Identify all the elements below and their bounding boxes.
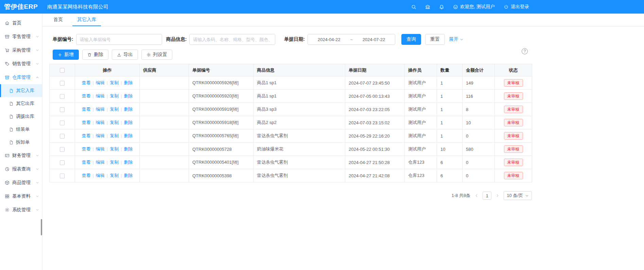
cell-qty: 1 <box>437 129 463 143</box>
row-action-view[interactable]: 查看 <box>82 160 90 165</box>
row-checkbox[interactable] <box>60 121 65 125</box>
next-page-button[interactable] <box>495 194 500 198</box>
row-action-view[interactable]: 查看 <box>82 120 90 125</box>
row-checkbox[interactable] <box>60 147 65 152</box>
add-button[interactable]: 新增 <box>53 50 79 60</box>
cell-operator: 仓库123 <box>405 156 437 169</box>
export-button[interactable]: 导出 <box>112 50 138 60</box>
sidebar-item[interactable]: 基本资料 <box>0 190 42 203</box>
sidebar: 首页零售管理采购管理销售管理仓库管理其它入库其它出库调拨出库组装单拆卸单财务管理… <box>0 14 42 270</box>
date-range-picker[interactable]: 2024-04-22 ~ 2024-07-22 <box>308 34 395 45</box>
row-action-view[interactable]: 查看 <box>82 173 90 178</box>
reset-button[interactable]: 重置 <box>425 34 445 45</box>
sidebar-item[interactable]: 商品管理 <box>0 176 42 190</box>
row-action-edit[interactable]: 编辑 <box>96 80 105 85</box>
row-action-edit[interactable]: 编辑 <box>96 173 105 178</box>
sidebar-scrollbar-thumb[interactable] <box>41 219 42 235</box>
page-size-select[interactable]: 10 条/页 <box>504 191 532 200</box>
row-action-copy[interactable]: 复制 <box>110 93 119 98</box>
tab-首页[interactable]: 首页 <box>49 14 68 26</box>
sidebar-item[interactable]: 零售管理 <box>0 30 42 43</box>
cell-qty: 10 <box>437 143 463 156</box>
welcome-user[interactable]: 欢迎您, 测试用户 <box>453 4 495 10</box>
row-checkbox[interactable] <box>60 81 65 86</box>
sidebar-item[interactable]: 仓库管理 <box>0 71 42 84</box>
row-action-delete[interactable]: 删除 <box>124 80 133 85</box>
bill-no-input[interactable] <box>76 34 162 45</box>
row-action-delete[interactable]: 删除 <box>124 173 133 178</box>
row-action-copy[interactable]: 复制 <box>110 160 119 165</box>
row-action-edit[interactable]: 编辑 <box>96 160 105 165</box>
sidebar-subitem-label: 其它入库 <box>16 88 34 94</box>
cell-goods: 商品2 sp2 <box>254 116 345 129</box>
tab-其它入库[interactable]: 其它入库 <box>72 14 101 26</box>
row-action-view[interactable]: 查看 <box>82 107 90 112</box>
row-action-delete[interactable]: 删除 <box>124 120 133 125</box>
action-divider: | <box>121 133 122 138</box>
row-action-view[interactable]: 查看 <box>82 133 90 138</box>
row-action-copy[interactable]: 复制 <box>110 107 119 112</box>
row-checkbox[interactable] <box>60 134 65 139</box>
row-action-edit[interactable]: 编辑 <box>96 133 105 138</box>
row-action-copy[interactable]: 复制 <box>110 173 119 178</box>
select-all-checkbox[interactable] <box>60 68 65 73</box>
sidebar-item[interactable]: 销售管理 <box>0 57 42 71</box>
goods-info-input[interactable] <box>189 34 275 45</box>
row-action-view[interactable]: 查看 <box>82 80 90 85</box>
plus-icon <box>58 53 62 57</box>
sidebar-subitem[interactable]: 其它出库 <box>0 97 42 110</box>
cell-qty: 6 <box>437 169 463 182</box>
row-action-edit[interactable]: 编辑 <box>96 107 105 112</box>
action-divider: | <box>107 133 108 138</box>
help-icon[interactable]: ? <box>522 48 528 54</box>
row-action-edit[interactable]: 编辑 <box>96 93 105 98</box>
row-action-delete[interactable]: 删除 <box>124 107 133 112</box>
row-action-delete[interactable]: 删除 <box>124 93 133 98</box>
row-checkbox[interactable] <box>60 94 65 99</box>
prev-page-button[interactable] <box>474 194 478 198</box>
sidebar-subitem[interactable]: 拆卸单 <box>0 136 42 149</box>
row-action-copy[interactable]: 复制 <box>110 133 119 138</box>
search-icon[interactable] <box>411 4 416 10</box>
row-checkbox[interactable] <box>60 174 65 178</box>
column-settings-button[interactable]: 列设置 <box>141 50 172 60</box>
row-action-copy[interactable]: 复制 <box>110 146 119 151</box>
table-row: 查看|编辑|复制|删除QTRK00000005765[转]雷达杀虫气雾剂2024… <box>50 129 532 143</box>
bell-icon[interactable] <box>439 4 444 10</box>
row-action-copy[interactable]: 复制 <box>110 80 119 85</box>
row-action-view[interactable]: 查看 <box>82 93 90 98</box>
row-action-edit[interactable]: 编辑 <box>96 120 105 125</box>
row-action-delete[interactable]: 删除 <box>124 146 133 151</box>
sidebar-item[interactable]: 报表查询 <box>0 162 42 176</box>
cell-operator: 测试用户 <box>405 76 437 90</box>
cell-goods: 雷达杀虫气雾剂 <box>254 169 345 182</box>
sidebar-subitem[interactable]: 其它入库 <box>0 84 42 97</box>
row-checkbox[interactable] <box>60 160 65 165</box>
row-action-delete[interactable]: 删除 <box>124 160 133 165</box>
sidebar-subitem[interactable]: 组装单 <box>0 123 42 136</box>
expand-link[interactable]: 展开 <box>449 36 464 42</box>
row-action-delete[interactable]: 删除 <box>124 133 133 138</box>
sidebar-item[interactable]: 首页 <box>0 16 42 30</box>
cell-actions: 查看|编辑|复制|删除 <box>75 156 140 169</box>
column-header: 单据编号 <box>189 64 254 76</box>
cell-bill-no: QTRK00000005401[转] <box>189 156 254 169</box>
sidebar-item[interactable]: 采购管理 <box>0 43 42 57</box>
building-icon[interactable] <box>425 4 430 10</box>
search-button[interactable]: 查询 <box>401 34 421 45</box>
row-action-copy[interactable]: 复制 <box>110 120 119 125</box>
cell-goods: 雷达杀虫气雾剂 <box>254 156 345 169</box>
pagination-total: 1-8 共8条 <box>452 193 471 199</box>
expand-link-label: 展开 <box>449 36 458 42</box>
current-page-button[interactable]: 1 <box>483 192 491 200</box>
logout-button[interactable]: 退出登录 <box>504 4 529 10</box>
column-settings-label: 列设置 <box>153 52 167 58</box>
sidebar-subitem[interactable]: 调拨出库 <box>0 110 42 123</box>
row-checkbox[interactable] <box>60 107 65 112</box>
sidebar-subitem-label: 组装单 <box>16 126 30 132</box>
sidebar-item[interactable]: 财务管理 <box>0 149 42 162</box>
delete-button[interactable]: 删除 <box>82 50 108 60</box>
row-action-edit[interactable]: 编辑 <box>96 146 105 151</box>
sidebar-item[interactable]: 系统管理 <box>0 203 42 217</box>
row-action-view[interactable]: 查看 <box>82 146 90 151</box>
